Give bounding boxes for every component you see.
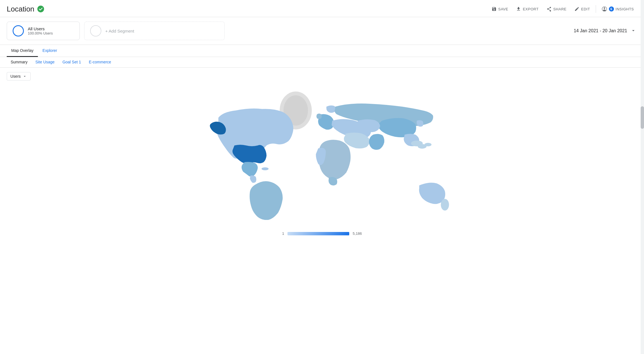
- verified-icon: [37, 5, 44, 13]
- page-title: Location: [7, 5, 34, 13]
- metric-dropdown[interactable]: Users: [7, 72, 31, 81]
- save-icon: [492, 6, 497, 12]
- insights-button[interactable]: 6 INSIGHTS: [598, 4, 637, 13]
- date-range-area: 14 Jan 2021 - 20 Jan 2021: [574, 22, 637, 40]
- add-segment-label: + Add Segment: [105, 29, 134, 33]
- segments-row: All Users 100.00% Users + Add Segment 14…: [0, 17, 644, 45]
- sub-tabs-row: Summary Site Usage Goal Set 1 E-commerce: [0, 57, 644, 68]
- legend-max: 5,186: [353, 231, 362, 236]
- metric-dropdown-label: Users: [10, 74, 21, 79]
- insights-label: INSIGHTS: [616, 7, 634, 11]
- world-map: [7, 83, 637, 229]
- map-svg: [7, 83, 637, 229]
- header-left: Location: [7, 5, 44, 13]
- segment-pct: 100.00% Users: [28, 31, 53, 35]
- legend-min: 1: [282, 231, 284, 236]
- chevron-down-icon: [631, 28, 636, 33]
- scrollbar-thumb[interactable]: [641, 106, 644, 129]
- edit-icon: [574, 6, 579, 12]
- legend-bar: [287, 232, 349, 235]
- edit-button[interactable]: EDIT: [571, 5, 593, 13]
- tab-explorer[interactable]: Explorer: [38, 45, 61, 57]
- insights-badge: 6: [609, 6, 614, 12]
- sub-tab-site-usage[interactable]: Site Usage: [31, 57, 58, 68]
- share-button[interactable]: SHARE: [543, 5, 570, 13]
- svg-point-9: [424, 143, 431, 146]
- save-label: SAVE: [498, 7, 508, 11]
- svg-point-6: [262, 167, 269, 170]
- map-area: Users: [0, 68, 644, 240]
- date-range-text: 14 Jan 2021 - 20 Jan 2021: [574, 28, 627, 33]
- segment-info: All Users 100.00% Users: [28, 26, 53, 35]
- svg-point-0: [37, 6, 44, 12]
- svg-point-10: [441, 199, 449, 211]
- add-segment-button[interactable]: + Add Segment: [84, 22, 225, 40]
- header-actions: SAVE EXPORT SHARE EDIT 6: [488, 4, 637, 13]
- insights-icon: [602, 6, 607, 12]
- page-header: Location SAVE EXPORT SHARE EDIT: [0, 0, 644, 17]
- segment-all-users[interactable]: All Users 100.00% Users: [7, 22, 80, 40]
- segment-name: All Users: [28, 26, 53, 31]
- view-tabs-row: Map Overlay Explorer: [0, 45, 644, 57]
- scrollbar[interactable]: [641, 0, 644, 354]
- export-icon: [516, 6, 521, 12]
- export-label: EXPORT: [523, 7, 538, 11]
- sub-tab-goal-set[interactable]: Goal Set 1: [58, 57, 85, 68]
- sub-tab-summary[interactable]: Summary: [7, 57, 31, 68]
- legend-row: 1 5,186: [7, 229, 637, 240]
- share-icon: [547, 6, 552, 12]
- date-dropdown-button[interactable]: [629, 27, 637, 35]
- svg-point-2: [604, 7, 605, 9]
- save-button[interactable]: SAVE: [488, 5, 512, 13]
- segment-circle: [13, 25, 24, 36]
- export-button[interactable]: EXPORT: [513, 5, 542, 13]
- page: Location SAVE EXPORT SHARE EDIT: [0, 0, 644, 354]
- sub-tab-ecommerce[interactable]: E-commerce: [85, 57, 115, 68]
- add-segment-circle: [90, 25, 101, 36]
- tab-map-overlay[interactable]: Map Overlay: [7, 45, 38, 57]
- edit-label: EDIT: [581, 7, 590, 11]
- header-divider: [596, 5, 596, 13]
- share-label: SHARE: [553, 7, 567, 11]
- metric-dropdown-arrow: [22, 74, 27, 79]
